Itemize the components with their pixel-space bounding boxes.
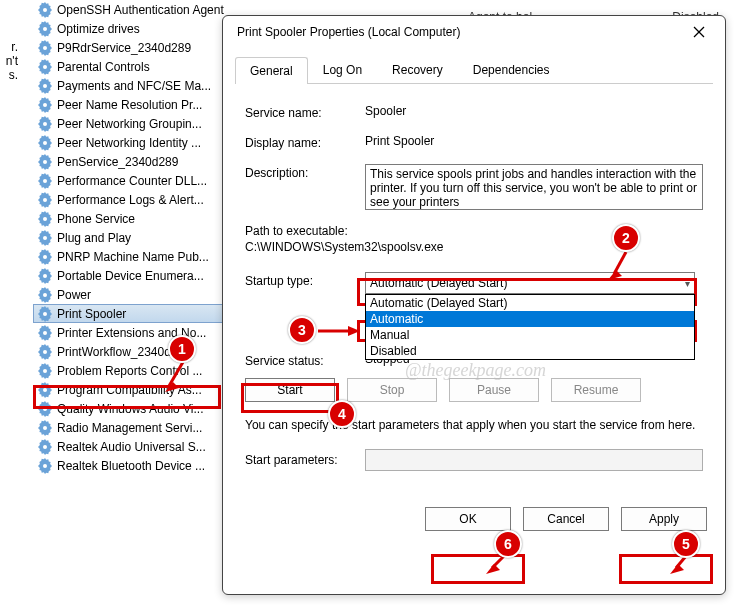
tab-recovery[interactable]: Recovery (377, 56, 458, 83)
tab-dependencies[interactable]: Dependencies (458, 56, 565, 83)
gear-icon (37, 268, 53, 284)
service-item[interactable]: Performance Counter DLL... (33, 171, 233, 190)
annotation-arrow-2 (608, 248, 638, 283)
svg-marker-55 (608, 270, 622, 280)
annotation-circle-6: 6 (494, 530, 522, 558)
service-item[interactable]: Optimize drives (33, 19, 233, 38)
start-params-note: You can specify the start parameters tha… (245, 418, 703, 433)
svg-point-35 (43, 331, 47, 335)
service-item[interactable]: PenService_2340d289 (33, 152, 233, 171)
service-item[interactable]: Realtek Bluetooth Device ... (33, 456, 233, 475)
svg-point-19 (43, 179, 47, 183)
service-name: Realtek Audio Universal S... (57, 440, 206, 454)
service-item[interactable]: Performance Logs & Alert... (33, 190, 233, 209)
annotation-arrow-1 (165, 358, 205, 393)
svg-point-13 (43, 122, 47, 126)
annotation-circle-5: 5 (672, 530, 700, 558)
dialog-titlebar: Print Spooler Properties (Local Computer… (223, 16, 725, 48)
service-name: OpenSSH Authentication Agent (57, 3, 224, 17)
apply-button[interactable]: Apply (621, 507, 707, 531)
service-item[interactable]: Parental Controls (33, 57, 233, 76)
service-name: PenService_2340d289 (57, 155, 178, 169)
start-button[interactable]: Start (245, 378, 335, 402)
service-name: Peer Name Resolution Pr... (57, 98, 202, 112)
gear-icon (37, 59, 53, 75)
cancel-button[interactable]: Cancel (523, 507, 609, 531)
service-item[interactable]: Print Spooler (33, 304, 233, 323)
svg-point-11 (43, 103, 47, 107)
svg-point-21 (43, 198, 47, 202)
gear-icon (37, 211, 53, 227)
service-name-label: Service name: (245, 104, 365, 120)
gear-icon (37, 192, 53, 208)
ok-button[interactable]: OK (425, 507, 511, 531)
service-name: Peer Networking Identity ... (57, 136, 201, 150)
annotation-arrow-3 (316, 324, 360, 338)
service-item[interactable]: Peer Networking Identity ... (33, 133, 233, 152)
properties-dialog: Print Spooler Properties (Local Computer… (222, 15, 726, 595)
service-item[interactable]: Peer Networking Groupin... (33, 114, 233, 133)
service-name-value: Spooler (365, 104, 703, 118)
gear-icon (37, 78, 53, 94)
dialog-content: Service name: Spooler Display name: Prin… (223, 84, 725, 501)
start-params-label: Start parameters: (245, 453, 365, 467)
left-truncated-text: r. n't s. (0, 40, 18, 82)
display-name-label: Display name: (245, 134, 365, 150)
service-name: Plug and Play (57, 231, 131, 245)
service-name: Parental Controls (57, 60, 150, 74)
services-list: OpenSSH Authentication AgentOptimize dri… (33, 0, 233, 475)
svg-point-47 (43, 445, 47, 449)
gear-icon (37, 382, 53, 398)
service-item[interactable]: Plug and Play (33, 228, 233, 247)
service-name: Performance Counter DLL... (57, 174, 207, 188)
service-item[interactable]: Portable Device Enumera... (33, 266, 233, 285)
service-name: Realtek Bluetooth Device ... (57, 459, 205, 473)
gear-icon (37, 363, 53, 379)
display-name-value: Print Spooler (365, 134, 703, 148)
tab-logon[interactable]: Log On (308, 56, 377, 83)
gear-icon (37, 439, 53, 455)
chevron-down-icon: ▾ (685, 278, 690, 289)
resume-button: Resume (551, 378, 641, 402)
service-item[interactable]: Peer Name Resolution Pr... (33, 95, 233, 114)
service-item[interactable]: Phone Service (33, 209, 233, 228)
annotation-circle-3: 3 (288, 316, 316, 344)
svg-point-25 (43, 236, 47, 240)
svg-point-49 (43, 464, 47, 468)
service-item[interactable]: Power (33, 285, 233, 304)
service-item[interactable]: P9RdrService_2340d289 (33, 38, 233, 57)
description-box[interactable]: This service spools print jobs and handl… (365, 164, 703, 210)
service-item[interactable]: Printer Extensions and No... (33, 323, 233, 342)
option-manual[interactable]: Manual (366, 327, 694, 343)
service-name: Performance Logs & Alert... (57, 193, 204, 207)
svg-point-37 (43, 350, 47, 354)
gear-icon (37, 154, 53, 170)
option-auto-delayed[interactable]: Automatic (Delayed Start) (366, 295, 694, 311)
startup-type-select[interactable]: Automatic (Delayed Start) ▾ (365, 272, 695, 294)
service-name: PNRP Machine Name Pub... (57, 250, 209, 264)
service-item[interactable]: Radio Management Servi... (33, 418, 233, 437)
annotation-circle-2: 2 (612, 224, 640, 252)
svg-point-31 (43, 293, 47, 297)
svg-point-33 (43, 312, 47, 316)
gear-icon (37, 401, 53, 417)
service-name: Power (57, 288, 91, 302)
svg-point-23 (43, 217, 47, 221)
service-item[interactable]: PNRP Machine Name Pub... (33, 247, 233, 266)
svg-marker-53 (165, 382, 179, 392)
service-item[interactable]: Realtek Audio Universal S... (33, 437, 233, 456)
option-disabled[interactable]: Disabled (366, 343, 694, 359)
svg-point-5 (43, 46, 47, 50)
option-automatic[interactable]: Automatic (366, 311, 694, 327)
gear-icon (37, 287, 53, 303)
service-item[interactable]: Quality Windows Audio Vi... (33, 399, 233, 418)
service-control-buttons: Start Stop Pause Resume (245, 378, 703, 402)
description-label: Description: (245, 164, 365, 180)
stop-button: Stop (347, 378, 437, 402)
tab-general[interactable]: General (235, 57, 308, 84)
gear-icon (37, 344, 53, 360)
service-item[interactable]: OpenSSH Authentication Agent (33, 0, 233, 19)
startup-type-dropdown: Automatic (Delayed Start) Automatic Manu… (365, 294, 695, 360)
close-button[interactable] (683, 18, 715, 46)
service-item[interactable]: Payments and NFC/SE Ma... (33, 76, 233, 95)
